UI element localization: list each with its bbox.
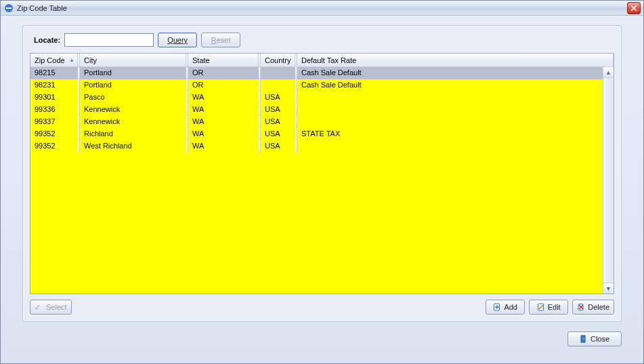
panel-buttons-row: ✓ Select Add Edit Delete: [30, 294, 614, 315]
cell-state: WA: [188, 92, 259, 104]
cell-rate: [297, 140, 603, 153]
cell-city: West Richland: [80, 140, 186, 153]
svg-rect-4: [581, 336, 585, 342]
cell-rate: Cash Sale Default: [297, 79, 603, 92]
cell-city: Pasco: [80, 92, 186, 104]
cell-country: USA: [261, 92, 295, 104]
cell-city: Richland: [80, 128, 186, 140]
locate-input[interactable]: [64, 33, 154, 47]
table-row[interactable]: 99337KennewickWAUSA: [30, 116, 603, 128]
cell-country: USA: [261, 104, 295, 116]
table-header: Zip Code ▲ City State Country Default Ta…: [30, 54, 614, 67]
cell-zip: 98231: [30, 79, 78, 92]
titlebar: Zip Code Table: [1, 1, 643, 16]
table-row[interactable]: 99301PascoWAUSA: [30, 92, 603, 104]
cell-city: Kennewick: [80, 104, 186, 116]
col-zip-label: Zip Code: [35, 56, 65, 64]
col-rate-header[interactable]: Default Tax Rate: [297, 54, 614, 66]
cell-state: OR: [188, 79, 259, 92]
cell-zip: 99337: [30, 116, 78, 128]
table-row[interactable]: 98231PortlandORCash Sale Default: [30, 79, 603, 92]
select-button[interactable]: ✓ Select: [30, 300, 72, 315]
window-close-button[interactable]: [627, 2, 641, 14]
col-country-label: Country: [265, 56, 291, 64]
add-button[interactable]: Add: [486, 300, 525, 315]
cell-country: [261, 67, 295, 79]
content-panel: Locate: Query Reset Zip Code ▲ City Stat…: [22, 25, 622, 322]
close-icon: [630, 5, 637, 12]
scroll-up-button[interactable]: ▲: [603, 67, 614, 78]
reset-button[interactable]: Reset: [201, 33, 240, 47]
cell-state: WA: [188, 116, 259, 128]
cell-state: WA: [188, 128, 259, 140]
select-button-label: Select: [46, 303, 67, 311]
cell-rate: [297, 104, 603, 116]
locate-label: Locate:: [34, 36, 60, 44]
query-button[interactable]: Query: [158, 33, 197, 47]
close-button-label: Close: [591, 335, 609, 343]
cell-state: OR: [188, 67, 259, 79]
table-row[interactable]: 99352RichlandWAUSASTATE TAX: [30, 128, 603, 140]
add-button-label: Add: [504, 303, 517, 311]
col-rate-label: Default Tax Rate: [301, 56, 356, 64]
svg-rect-5: [583, 338, 584, 340]
edit-button[interactable]: Edit: [529, 300, 568, 315]
col-city-label: City: [84, 56, 97, 64]
cell-country: [261, 79, 295, 92]
cell-zip: 99352: [30, 128, 78, 140]
cell-rate: STATE TAX: [297, 128, 603, 140]
check-icon: ✓: [35, 303, 41, 312]
edit-button-label: Edit: [548, 303, 561, 311]
table: Zip Code ▲ City State Country Default Ta…: [30, 53, 614, 294]
cell-city: Kennewick: [80, 116, 186, 128]
col-state-header[interactable]: State: [188, 54, 259, 66]
cell-zip: 99352: [30, 140, 78, 153]
table-row[interactable]: 98215PortlandORCash Sale Default: [30, 67, 603, 79]
col-country-header[interactable]: Country: [261, 54, 295, 66]
cell-city: Portland: [80, 79, 186, 92]
delete-button-label: Delete: [588, 303, 609, 311]
cell-city: Portland: [80, 67, 186, 79]
table-rows-container: 98215PortlandORCash Sale Default98231Por…: [30, 67, 603, 294]
edit-icon: [537, 303, 545, 311]
cell-zip: 99336: [30, 104, 78, 116]
cell-state: WA: [188, 104, 259, 116]
table-body: 98215PortlandORCash Sale Default98231Por…: [30, 67, 614, 294]
cell-country: USA: [261, 116, 295, 128]
cell-rate: Cash Sale Default: [297, 67, 603, 79]
close-button[interactable]: Close: [567, 331, 622, 346]
cell-state: WA: [188, 140, 259, 153]
footer-row: Close: [1, 326, 643, 353]
window-title: Zip Code Table: [17, 4, 627, 12]
col-state-label: State: [192, 56, 210, 64]
door-icon: [580, 335, 588, 343]
locate-row: Locate: Query Reset: [30, 33, 614, 53]
col-city-header[interactable]: City: [80, 54, 186, 66]
scroll-down-button[interactable]: ▼: [603, 283, 614, 294]
sort-asc-icon: ▲: [69, 57, 74, 63]
col-zip-header[interactable]: Zip Code ▲: [30, 54, 78, 66]
cell-zip: 99301: [30, 92, 78, 104]
cell-country: USA: [261, 128, 295, 140]
reset-button-label: Reset: [211, 36, 231, 44]
app-icon: [3, 3, 14, 14]
window: Zip Code Table Locate: Query Reset Zip C…: [0, 0, 644, 364]
cell-rate: [297, 92, 603, 104]
cell-country: USA: [261, 140, 295, 153]
delete-button[interactable]: Delete: [572, 300, 614, 315]
vertical-scrollbar[interactable]: ▲ ▼: [603, 67, 614, 294]
delete-icon: [577, 303, 585, 311]
cell-rate: [297, 116, 603, 128]
table-row[interactable]: 99352West RichlandWAUSA: [30, 140, 603, 153]
cell-zip: 98215: [30, 67, 78, 79]
table-row[interactable]: 99336KennewickWAUSA: [30, 104, 603, 116]
query-button-label: Query: [167, 36, 188, 44]
add-icon: [493, 303, 501, 311]
